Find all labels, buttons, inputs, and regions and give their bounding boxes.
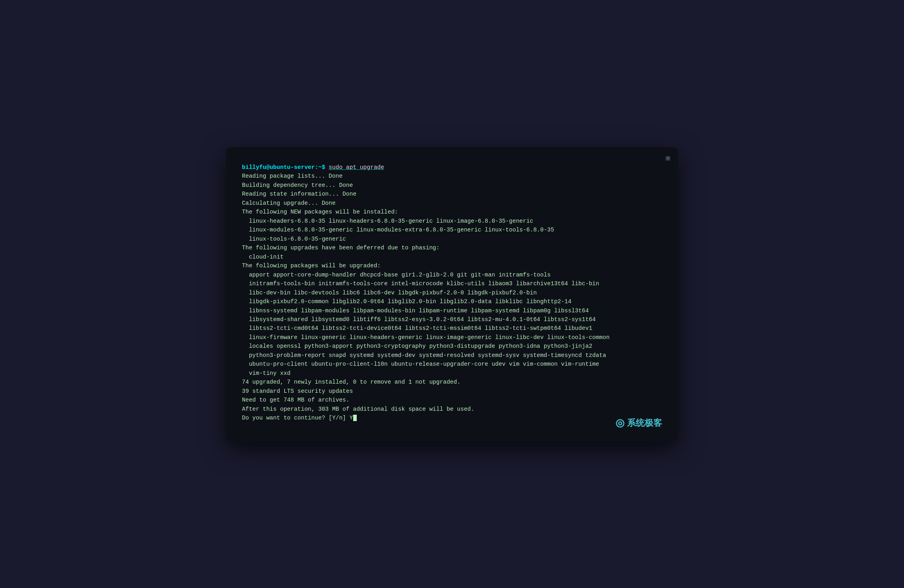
- output-building-tree: Building dependency tree... Done: [242, 181, 662, 190]
- output-upgraded-2: initramfs-tools-bin initramfs-tools-core…: [242, 279, 662, 288]
- output-upgraded-12: vim-tiny xxd: [242, 369, 662, 378]
- output-upgraded-8: linux-firmware linux-generic linux-heade…: [242, 333, 662, 342]
- terminal-window: ▣ billyfu@ubuntu-server:~$ sudo apt upgr…: [226, 147, 678, 441]
- output-upgraded-11: ubuntu-pro-client ubuntu-pro-client-l10n…: [242, 360, 662, 368]
- output-reading-state: Reading state information... Done: [242, 190, 662, 198]
- split-icon[interactable]: ▣: [666, 153, 670, 162]
- terminal-content: billyfu@ubuntu-server:~$ sudo apt upgrad…: [242, 163, 662, 423]
- output-disk-space: After this operation, 303 MB of addition…: [242, 405, 662, 414]
- output-upgraded-5: libnss-systemd libpam-modules libpam-mod…: [242, 306, 662, 315]
- output-new-packages-2: linux-modules-6.8.0-35-generic linux-mod…: [242, 225, 662, 234]
- cursor: [353, 415, 357, 421]
- output-reading-packages: Reading package lists... Done: [242, 172, 662, 180]
- watermark-icon: ◎: [615, 417, 625, 429]
- watermark-text: 系统极客: [627, 417, 662, 429]
- command-line: billyfu@ubuntu-server:~$ sudo apt upgrad…: [242, 163, 662, 172]
- output-upgraded-7: libtss2-tcti-cmd0t64 libtss2-tcti-device…: [242, 324, 662, 333]
- output-new-packages-header: The following NEW packages will be insta…: [242, 208, 662, 216]
- output-upgraded-10: python3-problem-report snapd systemd sys…: [242, 351, 662, 360]
- output-summary: 74 upgraded, 7 newly installed, 0 to rem…: [242, 378, 662, 386]
- output-upgraded-9: locales openssl python3-apport python3-c…: [242, 342, 662, 351]
- output-upgraded-6: libsystemd-shared libsystemd0 libtiff6 l…: [242, 315, 662, 324]
- prompt-user: billyfu@ubuntu-server:~$: [242, 164, 325, 171]
- output-upgraded-1: apport apport-core-dump-handler dhcpcd-b…: [242, 270, 662, 279]
- output-deferred-header: The following upgrades have been deferre…: [242, 243, 662, 252]
- output-calculating: Calculating upgrade... Done: [242, 199, 662, 208]
- window-controls: ▣: [666, 153, 670, 162]
- output-get-archives: Need to get 748 MB of archives.: [242, 396, 662, 404]
- output-upgraded-3: libc-dev-bin libc-devtools libc6 libc6-d…: [242, 288, 662, 297]
- output-prompt-continue: Do you want to continue? [Y/n] Y: [242, 414, 662, 422]
- output-new-packages-1: linux-headers-6.8.0-35 linux-headers-6.8…: [242, 217, 662, 225]
- output-security-updates: 39 standard LTS security updates: [242, 387, 662, 396]
- output-upgraded-4: libgdk-pixbuf2.0-common libglib2.0-0t64 …: [242, 297, 662, 306]
- output-new-packages-3: linux-tools-6.8.0-35-generic: [242, 235, 662, 243]
- prompt-command: sudo apt upgrade: [329, 164, 384, 171]
- output-upgraded-header: The following packages will be upgraded:: [242, 261, 662, 270]
- watermark: ◎ 系统极客: [615, 417, 662, 429]
- output-deferred-packages: cloud-init: [242, 253, 662, 261]
